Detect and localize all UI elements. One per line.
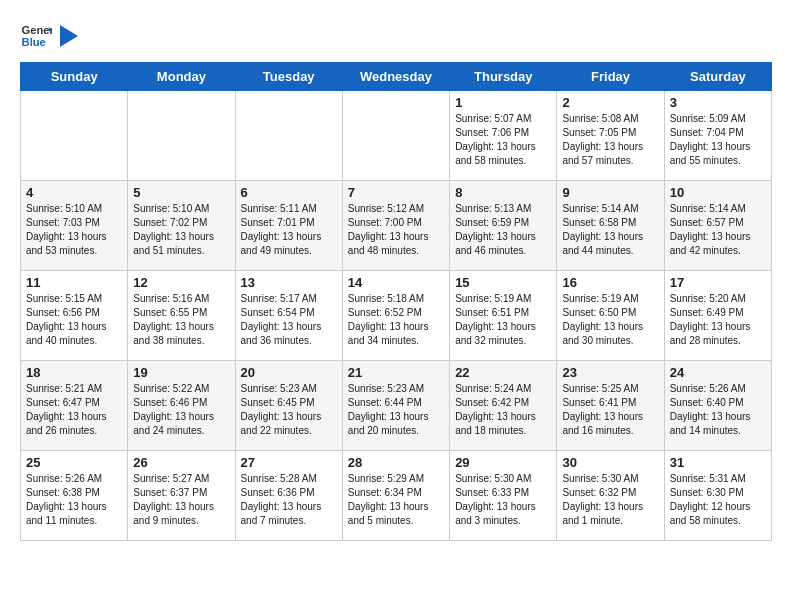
calendar-cell: 14Sunrise: 5:18 AM Sunset: 6:52 PM Dayli… xyxy=(342,271,449,361)
weekday-header-monday: Monday xyxy=(128,63,235,91)
calendar-cell: 30Sunrise: 5:30 AM Sunset: 6:32 PM Dayli… xyxy=(557,451,664,541)
weekday-header-tuesday: Tuesday xyxy=(235,63,342,91)
calendar-body: 1Sunrise: 5:07 AM Sunset: 7:06 PM Daylig… xyxy=(21,91,772,541)
calendar-cell: 4Sunrise: 5:10 AM Sunset: 7:03 PM Daylig… xyxy=(21,181,128,271)
calendar-week-3: 11Sunrise: 5:15 AM Sunset: 6:56 PM Dayli… xyxy=(21,271,772,361)
cell-content: Sunrise: 5:16 AM Sunset: 6:55 PM Dayligh… xyxy=(133,292,229,348)
day-number: 11 xyxy=(26,275,122,290)
cell-content: Sunrise: 5:14 AM Sunset: 6:57 PM Dayligh… xyxy=(670,202,766,258)
calendar-cell: 25Sunrise: 5:26 AM Sunset: 6:38 PM Dayli… xyxy=(21,451,128,541)
day-number: 3 xyxy=(670,95,766,110)
day-number: 28 xyxy=(348,455,444,470)
weekday-header-sunday: Sunday xyxy=(21,63,128,91)
cell-content: Sunrise: 5:13 AM Sunset: 6:59 PM Dayligh… xyxy=(455,202,551,258)
calendar-cell: 24Sunrise: 5:26 AM Sunset: 6:40 PM Dayli… xyxy=(664,361,771,451)
calendar-cell: 19Sunrise: 5:22 AM Sunset: 6:46 PM Dayli… xyxy=(128,361,235,451)
weekday-header-thursday: Thursday xyxy=(450,63,557,91)
cell-content: Sunrise: 5:10 AM Sunset: 7:03 PM Dayligh… xyxy=(26,202,122,258)
day-number: 5 xyxy=(133,185,229,200)
day-number: 24 xyxy=(670,365,766,380)
day-number: 30 xyxy=(562,455,658,470)
day-number: 4 xyxy=(26,185,122,200)
cell-content: Sunrise: 5:08 AM Sunset: 7:05 PM Dayligh… xyxy=(562,112,658,168)
cell-content: Sunrise: 5:28 AM Sunset: 6:36 PM Dayligh… xyxy=(241,472,337,528)
day-number: 25 xyxy=(26,455,122,470)
day-number: 17 xyxy=(670,275,766,290)
calendar-cell: 10Sunrise: 5:14 AM Sunset: 6:57 PM Dayli… xyxy=(664,181,771,271)
calendar-cell: 29Sunrise: 5:30 AM Sunset: 6:33 PM Dayli… xyxy=(450,451,557,541)
cell-content: Sunrise: 5:07 AM Sunset: 7:06 PM Dayligh… xyxy=(455,112,551,168)
calendar-cell: 31Sunrise: 5:31 AM Sunset: 6:30 PM Dayli… xyxy=(664,451,771,541)
calendar-cell: 16Sunrise: 5:19 AM Sunset: 6:50 PM Dayli… xyxy=(557,271,664,361)
day-number: 23 xyxy=(562,365,658,380)
calendar-cell: 23Sunrise: 5:25 AM Sunset: 6:41 PM Dayli… xyxy=(557,361,664,451)
calendar-cell: 12Sunrise: 5:16 AM Sunset: 6:55 PM Dayli… xyxy=(128,271,235,361)
cell-content: Sunrise: 5:18 AM Sunset: 6:52 PM Dayligh… xyxy=(348,292,444,348)
cell-content: Sunrise: 5:11 AM Sunset: 7:01 PM Dayligh… xyxy=(241,202,337,258)
calendar-cell xyxy=(21,91,128,181)
calendar-cell xyxy=(128,91,235,181)
calendar-cell: 9Sunrise: 5:14 AM Sunset: 6:58 PM Daylig… xyxy=(557,181,664,271)
weekday-row: SundayMondayTuesdayWednesdayThursdayFrid… xyxy=(21,63,772,91)
logo-icon: General Blue xyxy=(20,20,52,52)
calendar-cell: 27Sunrise: 5:28 AM Sunset: 6:36 PM Dayli… xyxy=(235,451,342,541)
cell-content: Sunrise: 5:26 AM Sunset: 6:40 PM Dayligh… xyxy=(670,382,766,438)
day-number: 18 xyxy=(26,365,122,380)
day-number: 13 xyxy=(241,275,337,290)
day-number: 12 xyxy=(133,275,229,290)
calendar-cell xyxy=(235,91,342,181)
calendar-table: SundayMondayTuesdayWednesdayThursdayFrid… xyxy=(20,62,772,541)
day-number: 16 xyxy=(562,275,658,290)
calendar-cell: 5Sunrise: 5:10 AM Sunset: 7:02 PM Daylig… xyxy=(128,181,235,271)
calendar-cell: 8Sunrise: 5:13 AM Sunset: 6:59 PM Daylig… xyxy=(450,181,557,271)
cell-content: Sunrise: 5:26 AM Sunset: 6:38 PM Dayligh… xyxy=(26,472,122,528)
calendar-cell: 28Sunrise: 5:29 AM Sunset: 6:34 PM Dayli… xyxy=(342,451,449,541)
day-number: 1 xyxy=(455,95,551,110)
calendar-cell: 26Sunrise: 5:27 AM Sunset: 6:37 PM Dayli… xyxy=(128,451,235,541)
calendar-week-1: 1Sunrise: 5:07 AM Sunset: 7:06 PM Daylig… xyxy=(21,91,772,181)
calendar-cell: 20Sunrise: 5:23 AM Sunset: 6:45 PM Dayli… xyxy=(235,361,342,451)
weekday-header-friday: Friday xyxy=(557,63,664,91)
day-number: 10 xyxy=(670,185,766,200)
calendar-header: SundayMondayTuesdayWednesdayThursdayFrid… xyxy=(21,63,772,91)
svg-text:Blue: Blue xyxy=(22,36,46,48)
logo: General Blue xyxy=(20,20,78,52)
weekday-header-saturday: Saturday xyxy=(664,63,771,91)
calendar-cell: 6Sunrise: 5:11 AM Sunset: 7:01 PM Daylig… xyxy=(235,181,342,271)
day-number: 22 xyxy=(455,365,551,380)
day-number: 6 xyxy=(241,185,337,200)
day-number: 15 xyxy=(455,275,551,290)
calendar-cell xyxy=(342,91,449,181)
cell-content: Sunrise: 5:15 AM Sunset: 6:56 PM Dayligh… xyxy=(26,292,122,348)
svg-marker-3 xyxy=(60,25,78,47)
day-number: 14 xyxy=(348,275,444,290)
calendar-cell: 7Sunrise: 5:12 AM Sunset: 7:00 PM Daylig… xyxy=(342,181,449,271)
day-number: 7 xyxy=(348,185,444,200)
calendar-cell: 18Sunrise: 5:21 AM Sunset: 6:47 PM Dayli… xyxy=(21,361,128,451)
cell-content: Sunrise: 5:29 AM Sunset: 6:34 PM Dayligh… xyxy=(348,472,444,528)
calendar-cell: 11Sunrise: 5:15 AM Sunset: 6:56 PM Dayli… xyxy=(21,271,128,361)
calendar-cell: 13Sunrise: 5:17 AM Sunset: 6:54 PM Dayli… xyxy=(235,271,342,361)
cell-content: Sunrise: 5:10 AM Sunset: 7:02 PM Dayligh… xyxy=(133,202,229,258)
cell-content: Sunrise: 5:25 AM Sunset: 6:41 PM Dayligh… xyxy=(562,382,658,438)
calendar-week-2: 4Sunrise: 5:10 AM Sunset: 7:03 PM Daylig… xyxy=(21,181,772,271)
day-number: 20 xyxy=(241,365,337,380)
cell-content: Sunrise: 5:22 AM Sunset: 6:46 PM Dayligh… xyxy=(133,382,229,438)
cell-content: Sunrise: 5:20 AM Sunset: 6:49 PM Dayligh… xyxy=(670,292,766,348)
svg-text:General: General xyxy=(22,24,52,36)
logo-arrow-icon xyxy=(60,25,78,47)
page-header: General Blue xyxy=(20,20,772,52)
day-number: 21 xyxy=(348,365,444,380)
cell-content: Sunrise: 5:09 AM Sunset: 7:04 PM Dayligh… xyxy=(670,112,766,168)
cell-content: Sunrise: 5:30 AM Sunset: 6:32 PM Dayligh… xyxy=(562,472,658,528)
calendar-cell: 22Sunrise: 5:24 AM Sunset: 6:42 PM Dayli… xyxy=(450,361,557,451)
cell-content: Sunrise: 5:12 AM Sunset: 7:00 PM Dayligh… xyxy=(348,202,444,258)
cell-content: Sunrise: 5:23 AM Sunset: 6:45 PM Dayligh… xyxy=(241,382,337,438)
calendar-week-5: 25Sunrise: 5:26 AM Sunset: 6:38 PM Dayli… xyxy=(21,451,772,541)
cell-content: Sunrise: 5:19 AM Sunset: 6:50 PM Dayligh… xyxy=(562,292,658,348)
cell-content: Sunrise: 5:27 AM Sunset: 6:37 PM Dayligh… xyxy=(133,472,229,528)
cell-content: Sunrise: 5:17 AM Sunset: 6:54 PM Dayligh… xyxy=(241,292,337,348)
day-number: 8 xyxy=(455,185,551,200)
day-number: 26 xyxy=(133,455,229,470)
day-number: 2 xyxy=(562,95,658,110)
